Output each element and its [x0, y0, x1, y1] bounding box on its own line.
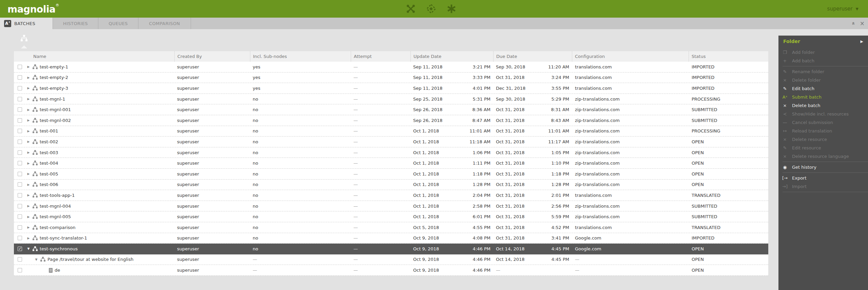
- row-checkbox[interactable]: [18, 129, 22, 133]
- batch-tree-icon: [33, 118, 38, 123]
- row-checkbox[interactable]: [18, 118, 22, 123]
- table-row[interactable]: ▶ test-sync-translator-1 superuser no — …: [14, 233, 768, 244]
- due-date-cell: Oct 31, 201811:01 AM: [493, 126, 572, 137]
- table-row[interactable]: de superuser — — Oct 9, 20184:46 PM — — …: [14, 265, 768, 276]
- user-menu[interactable]: superuser ▼: [827, 0, 859, 18]
- tab-batches[interactable]: BATCHES: [0, 18, 53, 29]
- close-app-icon[interactable]: ×: [860, 20, 865, 27]
- row-checkbox[interactable]: [18, 204, 22, 208]
- configuration-cell: Google.com: [572, 244, 689, 254]
- sub-nodes-cell: no: [250, 244, 351, 254]
- table-row[interactable]: ▶ test-empty-1 superuser yes — Sep 11, 2…: [14, 62, 768, 72]
- created-by-cell: superuser: [174, 62, 250, 72]
- action-export[interactable]: [→ Export: [778, 174, 868, 182]
- table-row[interactable]: ▶ test-005 superuser no — Oct 1, 20181:1…: [14, 169, 768, 180]
- table-row[interactable]: ▶ test-mgnl-1 superuser no — Sep 25, 201…: [14, 94, 768, 105]
- row-checkbox[interactable]: [18, 65, 22, 69]
- attempt-cell: —: [351, 94, 410, 104]
- row-checkbox[interactable]: [18, 172, 22, 176]
- table-row[interactable]: ▶ test-empty-2 superuser yes — Sep 11, 2…: [14, 72, 768, 83]
- expand-arrow-icon[interactable]: ▶: [26, 226, 31, 229]
- table-row[interactable]: ▶ test-003 superuser no — Oct 1, 20181:0…: [14, 147, 768, 158]
- action-delete-batch[interactable]: × Delete batch: [778, 101, 868, 110]
- expand-arrow-icon[interactable]: ▶: [26, 162, 31, 165]
- table-row[interactable]: ▶ test-empty-3 superuser yes — Sep 11, 2…: [14, 83, 768, 94]
- table-row[interactable]: ▶ test-mgnl-001 superuser no — Sep 26, 2…: [14, 104, 768, 115]
- table-row[interactable]: ▶ test-006 superuser no — Oct 1, 20181:2…: [14, 180, 768, 190]
- expand-arrow-icon[interactable]: ▶: [26, 236, 31, 240]
- asterisk-icon[interactable]: [446, 4, 457, 14]
- row-checkbox[interactable]: [18, 97, 22, 101]
- row-checkbox[interactable]: [18, 225, 22, 230]
- table-row[interactable]: ▶ test-tools-app-1 superuser no — Oct 1,…: [14, 190, 768, 201]
- table-row[interactable]: ▶ test-001 superuser no — Oct 1, 201811:…: [14, 126, 768, 137]
- column-header-attempt[interactable]: Attempt: [351, 51, 410, 62]
- action-show-hide-incl-resources: ≺ Show/Hide incl. resources: [778, 110, 868, 118]
- tab-histories[interactable]: HISTORIES: [53, 18, 98, 29]
- row-checkbox[interactable]: [18, 193, 22, 198]
- row-checkbox[interactable]: [18, 268, 22, 272]
- expand-arrow-icon[interactable]: ▶: [26, 119, 31, 122]
- table-row[interactable]: ▶ test-mgnl-002 superuser no — Sep 26, 2…: [14, 115, 768, 126]
- column-header-status[interactable]: Status: [689, 51, 768, 62]
- table-row[interactable]: ▼ test-synchronous superuser no — Oct 9,…: [14, 244, 768, 254]
- row-checkbox[interactable]: [18, 236, 22, 240]
- row-checkbox[interactable]: [18, 75, 22, 80]
- column-header-configuration[interactable]: Configuration: [572, 51, 689, 62]
- row-checkbox[interactable]: [18, 161, 22, 165]
- expand-arrow-icon[interactable]: ▶: [26, 140, 31, 143]
- expand-arrow-icon[interactable]: ▶: [26, 97, 31, 101]
- configuration-cell: zip-translations.com: [572, 137, 689, 147]
- tab-comparison[interactable]: COMPARISON: [138, 18, 191, 29]
- row-checkbox[interactable]: [18, 182, 22, 187]
- row-checkbox[interactable]: [18, 140, 22, 144]
- row-checkbox[interactable]: [18, 107, 22, 112]
- diamond-pattern-icon[interactable]: [426, 4, 436, 14]
- expand-arrow-icon[interactable]: ▶: [26, 129, 31, 133]
- table-row[interactable]: ▶ test-mgnl-004 superuser no — Oct 1, 20…: [14, 201, 768, 212]
- expand-arrow-icon[interactable]: ▶: [26, 183, 31, 186]
- table-row[interactable]: ▶ test-002 superuser no — Oct 1, 201811:…: [14, 137, 768, 147]
- expand-arrow-icon[interactable]: ▶: [26, 151, 31, 154]
- expand-arrow-icon[interactable]: ▶: [26, 108, 31, 111]
- status-cell: SUBMITTED: [689, 115, 768, 126]
- batch-tree-icon: [33, 214, 38, 219]
- column-header-due-date[interactable]: Due Date: [493, 51, 572, 62]
- action-submit-batch[interactable]: Aˣ Submit batch: [778, 93, 868, 101]
- action-label: Export: [792, 175, 807, 181]
- row-checkbox[interactable]: [18, 214, 22, 219]
- expand-arrow-icon[interactable]: ▶: [26, 65, 31, 68]
- column-header-sub-nodes[interactable]: Incl. Sub-nodes: [250, 51, 351, 62]
- row-checkbox[interactable]: [18, 247, 22, 251]
- expand-arrow-icon[interactable]: ▶: [26, 204, 31, 208]
- table-row[interactable]: ▶ test-mgnl-005 superuser no — Oct 1, 20…: [14, 211, 768, 222]
- column-header-created-by[interactable]: Created By: [174, 51, 250, 62]
- expand-arrow-icon[interactable]: ▼: [34, 258, 39, 261]
- sub-nodes-cell: yes: [250, 83, 351, 94]
- expand-arrow-icon[interactable]: ▶: [26, 215, 31, 219]
- attempt-cell: —: [351, 158, 410, 168]
- column-header-name[interactable]: Name: [14, 51, 174, 62]
- sub-nodes-cell: no: [250, 211, 351, 222]
- column-header-update-date[interactable]: Update Date: [410, 51, 493, 62]
- expand-arrow-icon[interactable]: ▶: [26, 193, 31, 197]
- collapse-shell-icon[interactable]: «: [850, 22, 856, 25]
- connector-icon[interactable]: [406, 4, 416, 14]
- action-get-history[interactable]: ◉ Get history: [778, 163, 868, 171]
- expand-arrow-icon[interactable]: ▶: [26, 172, 31, 175]
- actionbar-section-folder[interactable]: Folder ▶: [778, 36, 868, 47]
- action-edit-batch[interactable]: ✎ Edit batch: [778, 84, 868, 93]
- action-add-batch: + Add batch: [778, 57, 868, 65]
- row-checkbox[interactable]: [18, 86, 22, 90]
- batch-tree-icon: [33, 139, 38, 144]
- row-checkbox[interactable]: [18, 150, 22, 155]
- expand-arrow-icon[interactable]: ▶: [26, 86, 31, 90]
- expand-arrow-icon[interactable]: ▼: [26, 247, 31, 250]
- table-row[interactable]: ▶ test-004 superuser no — Oct 1, 20181:1…: [14, 158, 768, 169]
- expand-arrow-icon[interactable]: ▶: [26, 76, 31, 79]
- table-row[interactable]: ▶ test-comparison superuser no — Oct 5, …: [14, 222, 768, 233]
- table-row[interactable]: ▼ Page /travel/tour at website for Engli…: [14, 254, 768, 265]
- tree-view-toggle[interactable]: [20, 35, 28, 48]
- tab-queues[interactable]: QUEUES: [98, 18, 138, 29]
- row-checkbox[interactable]: [18, 257, 22, 262]
